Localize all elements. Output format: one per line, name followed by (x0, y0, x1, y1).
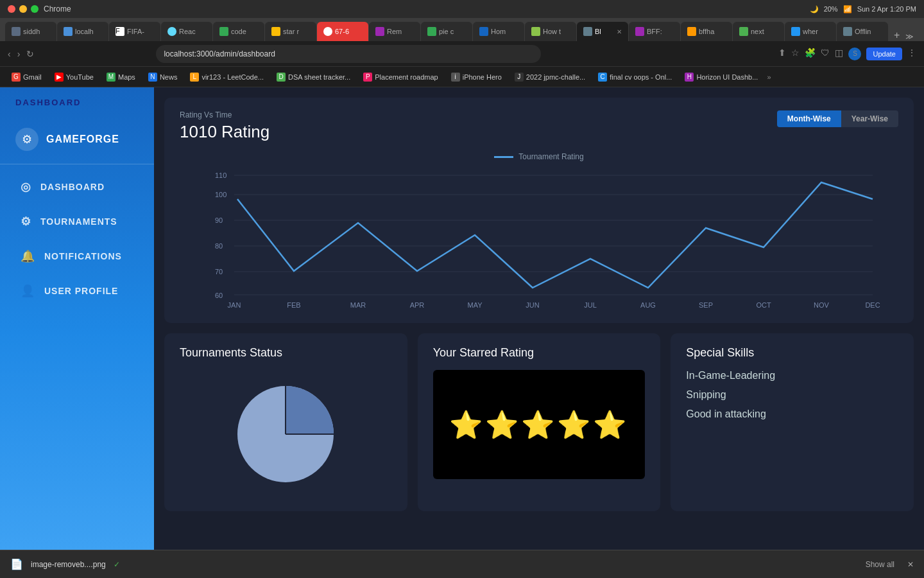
bookmark-placement[interactable]: P Placement roadmap (358, 71, 443, 83)
sidebar-item-notifications[interactable]: 🔔 NOTIFICATIONS (10, 240, 144, 272)
forward-button[interactable]: › (17, 49, 21, 59)
url-text: localhost:3000/admin/dashboard (164, 49, 275, 58)
sidebar-logo: ⚙ GAMEFORGE (0, 112, 154, 164)
show-all-button[interactable]: Show all (866, 560, 894, 569)
tab-bl[interactable]: Bl ✕ (577, 22, 628, 41)
tab-offline[interactable]: Offlin (837, 22, 888, 41)
more-menu-icon[interactable]: ⋮ (907, 48, 916, 60)
tab-item[interactable]: Reac (161, 22, 212, 41)
download-bar-close[interactable]: ✕ (907, 560, 914, 569)
bookmark-icon[interactable]: ☆ (791, 48, 800, 60)
tab-item[interactable]: 67-6 (317, 22, 368, 41)
special-skills-title: Special Skills (686, 346, 898, 360)
bookmark-iphone[interactable]: i iPhone Hero (446, 71, 507, 83)
user-icon: 👤 (21, 284, 35, 298)
sidebar-item-tournaments[interactable]: ⚙ TOURNAMENTS (10, 206, 144, 238)
bookmark-jpmc[interactable]: J 2022 jpmc-challe... (509, 71, 590, 83)
bookmark-dsa[interactable]: D DSA sheet tracker... (271, 71, 355, 83)
starred-rating-title: Your Starred Rating (433, 346, 646, 360)
skill-item-1: In-Game-Leadering (686, 370, 898, 381)
bookmarks-bar: G Gmail ▶ YouTube M Maps N News L vir123… (0, 67, 924, 87)
tab-item[interactable]: siddh (5, 22, 56, 41)
skill-item-2: Snipping (686, 389, 898, 401)
tab-item[interactable]: localh (57, 22, 108, 41)
wifi-icon: 📶 (843, 5, 852, 13)
tab-bff[interactable]: BFF: (629, 22, 680, 41)
tab-item[interactable]: code (213, 22, 264, 41)
chart-svg: 110 100 90 80 70 60 (180, 166, 898, 308)
bookmarks-more[interactable]: » (767, 73, 771, 81)
close-button[interactable] (8, 5, 15, 13)
tab-item[interactable]: star r (265, 22, 316, 41)
sidebar-toggle-icon[interactable]: ◫ (835, 48, 843, 60)
svg-text:100: 100 (215, 191, 227, 198)
url-input[interactable]: localhost:3000/admin/dashboard (156, 45, 541, 63)
svg-text:OCT: OCT (756, 301, 771, 308)
toggle-year-wise[interactable]: Year-Wise (841, 110, 898, 127)
bookmark-vir123[interactable]: L vir123 - LeetCode... (185, 71, 269, 83)
svg-text:90: 90 (215, 216, 223, 224)
tab-item[interactable]: next (733, 22, 784, 41)
tab-item[interactable]: wher (785, 22, 836, 41)
profile-icon[interactable]: S (848, 48, 861, 60)
stars: ⭐⭐⭐⭐⭐ (449, 409, 629, 441)
sidebar-item-dashboard[interactable]: ◎ DASHBOARD (10, 171, 144, 203)
maximize-button[interactable] (31, 5, 38, 13)
tab-item[interactable]: How t (525, 22, 576, 41)
bookmark-gmail[interactable]: G Gmail (6, 71, 47, 83)
tournaments-status-card: Tournaments Status (164, 333, 407, 511)
chart-header: Rating Vs Time 1010 Rating Month-Wise Ye… (180, 110, 898, 142)
sidebar-item-label: TOURNAMENTS (40, 216, 117, 227)
moon-icon: 🌙 (810, 5, 819, 13)
toggle-month-wise[interactable]: Month-Wise (777, 110, 841, 127)
bookmark-finalcv[interactable]: C final cv oops - Onl... (593, 71, 677, 83)
new-tab-button[interactable]: + (889, 30, 905, 41)
starred-rating-card: Your Starred Rating ⭐⭐⭐⭐⭐ (418, 333, 661, 511)
shield-icon[interactable]: 🛡 (821, 48, 830, 60)
share-icon[interactable]: ⬆ (778, 48, 786, 60)
dashboard-header-label: DASHBOARD (0, 87, 154, 112)
tab-item[interactable]: bffha (681, 22, 732, 41)
legend-line (494, 156, 513, 158)
bookmark-horizon[interactable]: H Horizon UI Dashb... (680, 71, 763, 83)
tab-item[interactable]: Hom (473, 22, 524, 41)
tab-item[interactable]: F FIFA- (109, 22, 160, 41)
gear-icon: ⚙ (22, 132, 32, 146)
tournaments-icon: ⚙ (21, 215, 31, 229)
minimize-button[interactable] (19, 5, 27, 13)
skill-item-3: Good in attacking (686, 408, 898, 420)
sidebar-item-user-profile[interactable]: 👤 USER PROFILE (10, 275, 144, 307)
chart-container: 110 100 90 80 70 60 (180, 166, 898, 310)
extensions-icon[interactable]: 🧩 (805, 48, 816, 60)
reload-button[interactable]: ↻ (26, 49, 34, 59)
tournaments-status-title: Tournaments Status (180, 346, 392, 360)
bookmark-youtube[interactable]: ▶ YouTube (49, 71, 99, 83)
download-bar: 📄 image-removeb....png ✓ Show all ✕ (0, 550, 924, 578)
svg-text:JAN: JAN (228, 301, 241, 308)
sidebar-item-label: USER PROFILE (44, 286, 118, 296)
tabs-menu-button[interactable]: ≫ (905, 32, 914, 41)
bookmark-maps[interactable]: M Maps (101, 71, 141, 83)
svg-text:SEP: SEP (699, 301, 713, 308)
dashboard-icon: ◎ (21, 180, 31, 194)
tab-item[interactable]: pie c (421, 22, 472, 41)
app-layout: DASHBOARD ⚙ GAMEFORGE ◎ DASHBOARD ⚙ TOUR… (0, 87, 924, 578)
svg-text:DEC: DEC (865, 301, 880, 308)
stars-display: ⭐⭐⭐⭐⭐ (433, 370, 646, 479)
svg-text:110: 110 (215, 171, 227, 179)
skill-list: In-Game-Leadering Snipping Good in attac… (686, 370, 898, 420)
tab-item[interactable]: Rem (369, 22, 420, 41)
datetime: Sun 2 Apr 1:20 PM (857, 5, 916, 13)
update-button[interactable]: Update (866, 48, 902, 60)
svg-text:NOV: NOV (814, 301, 830, 308)
logo-icon: ⚙ (15, 128, 38, 151)
back-button[interactable]: ‹ (8, 49, 11, 59)
sidebar-nav: ◎ DASHBOARD ⚙ TOURNAMENTS 🔔 NOTIFICATION… (0, 171, 154, 307)
chrome-bar-right: 🌙 20% 📶 Sun 2 Apr 1:20 PM (810, 5, 916, 13)
tab-close[interactable]: ✕ (617, 28, 622, 35)
app-name: Chrome (44, 4, 71, 13)
bookmark-news[interactable]: N News (143, 71, 183, 83)
traffic-lights[interactable] (8, 5, 38, 13)
chart-toggle: Month-Wise Year-Wise (777, 110, 898, 127)
bottom-row: Tournaments Status (164, 333, 914, 511)
